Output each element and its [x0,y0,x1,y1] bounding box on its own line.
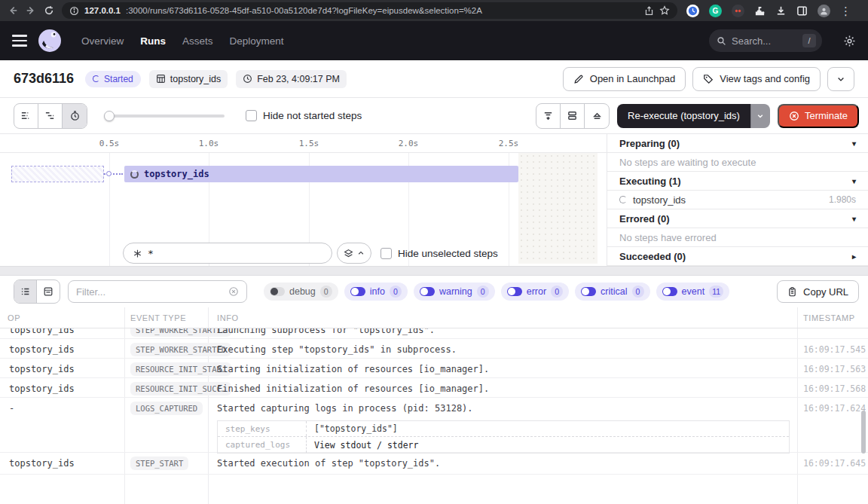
browser-menu-icon[interactable]: ⋮ [840,5,851,17]
col-event-type: EVENT TYPE [130,313,186,322]
collapse-panel-icon[interactable] [536,104,561,128]
hide-not-started-label: Hide not started steps [263,110,362,121]
more-run-actions-button[interactable] [827,67,854,91]
site-info-icon[interactable] [69,6,79,16]
settings-gear-icon[interactable] [843,35,856,47]
view-tags-config-button[interactable]: View tags and config [692,67,821,91]
copy-url-button[interactable]: Copy URL [777,280,859,303]
col-timestamp: TIMESTAMP [803,313,855,322]
event-type-badge: LOGS_CAPTURED [130,402,203,415]
log-row[interactable]: topstory_ids STEP_START Started executio… [0,453,868,475]
log-row-clipped[interactable]: topstory_ids STEP_WORKER_STARTI… Launchi… [0,328,868,339]
profile-avatar[interactable] [818,5,830,17]
red-extension-icon[interactable] [732,5,744,17]
search-shortcut-badge: / [802,34,816,47]
run-status-badge: Started [85,71,141,87]
reexecute-dropdown-button[interactable] [750,104,770,128]
reload-icon[interactable] [44,5,54,16]
flat-view-icon[interactable] [14,104,38,128]
hide-not-started-checkbox[interactable] [246,110,257,121]
back-icon[interactable] [8,5,18,16]
event-type-badge: RESOURCE_INIT_SUCC… [130,382,231,396]
url-bar[interactable]: 127.0.0.1:3000/runs/673d6116-0528-45df-a… [62,2,677,19]
level-count: 0 [551,286,563,298]
step-filter-input[interactable] [148,248,298,259]
download-icon[interactable] [775,5,787,17]
expand-panel-icon[interactable] [585,104,609,128]
section-succeeded[interactable]: Succeeded (0)▸ [607,247,868,266]
metadata-key: captured_logs [218,437,307,453]
section-preparing[interactable]: Preparing (0)▾ [607,134,868,153]
clock-extension-icon[interactable] [686,5,699,17]
gantt-zoom-slider[interactable] [104,111,225,121]
job-name-tag[interactable]: topstory_ids [149,70,228,88]
level-chip-debug[interactable]: debug0 [264,283,338,301]
split-rows-icon[interactable] [561,104,585,128]
bookmark-star-icon[interactable] [659,5,670,16]
clear-filter-icon[interactable] [228,286,239,297]
nav-item-runs[interactable]: Runs [140,35,166,47]
gantt-view-mode-segment [14,103,87,129]
log-toolbar: debug0 info0 warning0 error0 critical0 e… [0,276,868,307]
log-filter-input[interactable] [76,286,224,298]
gantt-footer-controls: Hide unselected steps [0,242,607,264]
caret-right-icon: ▸ [852,252,856,261]
waterfall-view-icon[interactable] [38,104,63,128]
metadata-value: ["topstory_ids"] [307,423,405,434]
level-chip-event[interactable]: event11 [656,283,730,301]
nav-items: Overview Runs Assets Deployment [81,35,284,47]
section-executing[interactable]: Executing (1)▾ [607,172,868,191]
puzzle-extensions-icon[interactable] [754,5,766,17]
level-chip-error[interactable]: error0 [501,283,569,301]
side-panel-icon[interactable] [796,5,808,17]
metadata-row: step_keys ["topstory_ids"] [218,421,789,437]
share-icon[interactable] [644,6,654,16]
gantt-step-bar[interactable]: topstory_ids [124,166,518,182]
log-structured-view-icon[interactable] [37,280,60,303]
step-query-options-button[interactable] [337,243,371,264]
terminate-button[interactable]: Terminate [778,104,859,128]
forward-icon[interactable] [26,5,36,16]
nav-item-assets[interactable]: Assets [182,35,213,47]
toggle-off-icon [270,287,285,296]
nav-item-overview[interactable]: Overview [81,35,124,47]
caret-down-icon: ▾ [852,215,856,223]
horizontal-splitter[interactable] [0,266,868,276]
log-row[interactable]: topstory_ids STEP_WORKER_STARTED Executi… [0,339,868,359]
toggle-on-icon [350,287,365,296]
open-in-launchpad-button[interactable]: Open in Launchpad [563,67,686,91]
global-search[interactable]: / [709,29,822,52]
log-scrollbar-thumb[interactable] [861,411,866,454]
log-row-logs-captured[interactable]: - LOGS_CAPTURED Started capturing logs i… [0,398,868,453]
view-stdout-stderr-link[interactable]: View stdout / stderr [307,440,426,451]
level-chip-warning[interactable]: warning0 [414,283,495,301]
axis-tick: 1.0s [199,139,219,148]
gantt-plot-area: topstory_ids Hide unselected steps [0,153,607,266]
grammarly-extension-icon[interactable]: G [709,5,722,17]
slider-track [104,115,225,118]
metadata-row: captured_logs View stdout / stderr [218,437,789,453]
level-chip-info[interactable]: info0 [344,283,408,301]
hamburger-menu-icon[interactable] [12,35,27,47]
log-row[interactable]: topstory_ids RESOURCE_INIT_STAR… Startin… [0,359,868,378]
event-log-table: OP EVENT TYPE INFO TIMESTAMP topstory_id… [0,307,868,504]
executing-step-row[interactable]: topstory_ids1.980s [607,191,868,209]
timed-view-icon[interactable] [63,104,87,128]
pencil-icon [573,74,584,84]
log-filter-box[interactable] [68,280,247,303]
slider-thumb[interactable] [104,111,115,121]
level-count: 0 [390,286,402,298]
axis-tick: 2.5s [499,139,519,148]
log-row[interactable]: topstory_ids RESOURCE_INIT_SUCC… Finishe… [0,378,868,398]
step-filter-box[interactable] [123,243,332,264]
level-chip-critical[interactable]: critical0 [575,283,649,301]
nav-item-deployment[interactable]: Deployment [230,35,284,47]
hide-unselected-checkbox[interactable] [381,248,392,259]
search-input[interactable] [732,35,790,47]
section-errored[interactable]: Errored (0)▾ [607,209,868,228]
reexecute-button[interactable]: Re-execute (topstory_ids) [617,104,750,128]
event-type-badge: STEP_WORKER_STARTED [130,343,231,356]
log-list-view-icon[interactable] [14,280,37,303]
log-level-filters: debug0 info0 warning0 error0 critical0 e… [264,283,729,301]
gantt-node-marker [106,171,112,176]
